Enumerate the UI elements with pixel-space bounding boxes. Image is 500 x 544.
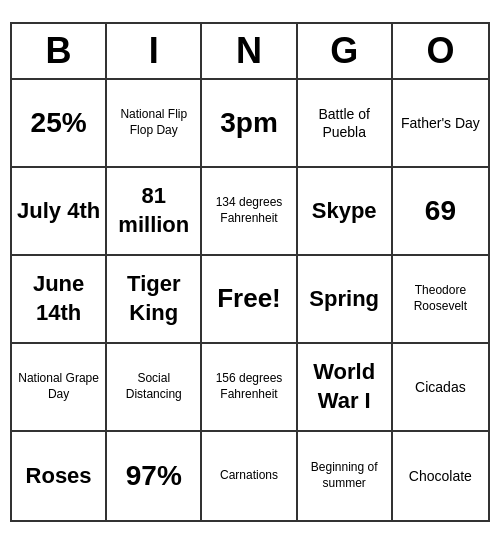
bingo-card: BINGO 25%National Flip Flop Day3pmBattle… [10,22,490,522]
bingo-cell-5: July 4th [12,168,107,256]
bingo-cell-7: 134 degrees Fahrenheit [202,168,297,256]
bingo-grid: 25%National Flip Flop Day3pmBattle of Pu… [12,80,488,520]
bingo-cell-8: Skype [298,168,393,256]
bingo-cell-9: 69 [393,168,488,256]
bingo-letter-i: I [107,24,202,78]
bingo-cell-24: Chocolate [393,432,488,520]
bingo-letter-g: G [298,24,393,78]
bingo-cell-21: 97% [107,432,202,520]
bingo-cell-15: National Grape Day [12,344,107,432]
bingo-cell-4: Father's Day [393,80,488,168]
bingo-letter-o: O [393,24,488,78]
bingo-letter-b: B [12,24,107,78]
bingo-cell-1: National Flip Flop Day [107,80,202,168]
bingo-header: BINGO [12,24,488,80]
bingo-cell-14: Theodore Roosevelt [393,256,488,344]
bingo-cell-10: June 14th [12,256,107,344]
bingo-cell-16: Social Distancing [107,344,202,432]
bingo-cell-18: World War I [298,344,393,432]
bingo-cell-13: Spring [298,256,393,344]
bingo-cell-2: 3pm [202,80,297,168]
bingo-cell-17: 156 degrees Fahrenheit [202,344,297,432]
bingo-cell-11: Tiger King [107,256,202,344]
bingo-cell-20: Roses [12,432,107,520]
bingo-cell-0: 25% [12,80,107,168]
bingo-cell-19: Cicadas [393,344,488,432]
bingo-cell-23: Beginning of summer [298,432,393,520]
bingo-cell-3: Battle of Puebla [298,80,393,168]
bingo-letter-n: N [202,24,297,78]
bingo-cell-22: Carnations [202,432,297,520]
bingo-cell-12: Free! [202,256,297,344]
bingo-cell-6: 81 million [107,168,202,256]
